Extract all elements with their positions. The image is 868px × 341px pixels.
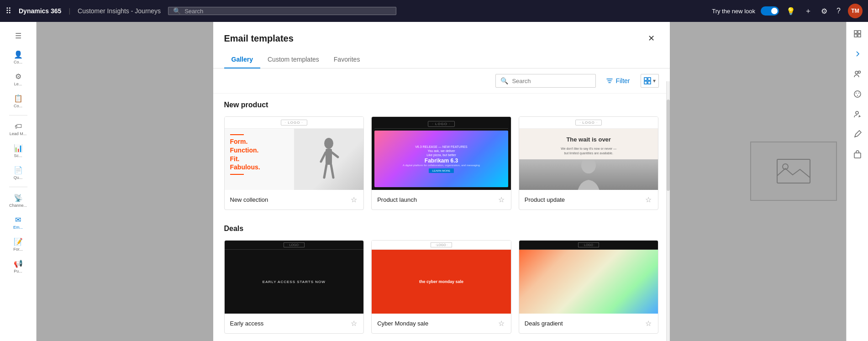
section-deals-title: Deals	[224, 225, 659, 233]
modal-header: Email templates ✕	[213, 22, 670, 46]
scoring-icon: 📊	[14, 144, 23, 152]
favorite-btn-product-launch[interactable]: ☆	[497, 194, 505, 205]
thumb-cyber-monday-text: the cyber monday sale	[419, 279, 463, 284]
favorite-btn-new-collection[interactable]: ☆	[350, 194, 358, 205]
right-sidebar-edit[interactable]	[849, 126, 866, 142]
thumb-tagline1: You ask, we deliver	[427, 149, 455, 152]
top-navigation: ⠿ Dynamics 365 | Customer Insights - Jou…	[0, 0, 868, 22]
thumb-orange-line2: Function.	[230, 147, 260, 154]
favorite-btn-deals-gradient[interactable]: ☆	[644, 318, 652, 329]
view-chevron-icon: ▾	[653, 78, 656, 84]
svg-point-18	[581, 159, 596, 174]
svg-point-5	[858, 71, 860, 73]
sidebar-item-push[interactable]: 📢 Pu...	[5, 257, 32, 277]
filter-button[interactable]: Filter	[601, 74, 635, 88]
svg-rect-12	[644, 78, 647, 80]
svg-rect-14	[644, 81, 647, 84]
sidebar-item-forms[interactable]: 📝 For...	[5, 235, 32, 255]
lead-mgmt-icon: 🏷	[15, 122, 22, 131]
nav-separator: |	[68, 7, 70, 15]
tab-gallery[interactable]: Gallery	[224, 51, 260, 68]
left-sidebar: ☰ 👤 Co... ⚙ Le... 📋 Co... 🏷 Lead M... 📊 …	[0, 22, 37, 341]
fitness-person-svg	[317, 136, 340, 182]
package-icon	[853, 150, 862, 158]
template-card-early-access[interactable]: · LOGO · EARLY ACCESS STARTS NOW Early a…	[224, 240, 364, 334]
template-search-box[interactable]: 🔍	[495, 74, 596, 88]
global-search-icon: 🔍	[173, 7, 181, 15]
leads-icon: ⚙	[15, 72, 21, 81]
sidebar-item-lead-mgmt[interactable]: 🏷 Lead M...	[5, 119, 32, 139]
svg-point-16	[324, 138, 333, 149]
template-thumb-product-update: · LOGO · The wait is over We don't like …	[519, 117, 658, 190]
global-search-box[interactable]: 🔍	[168, 7, 396, 15]
sidebar-label-scoring: Sc...	[14, 153, 22, 158]
right-sidebar-palette[interactable]	[849, 86, 866, 102]
sidebar-label-email: Em...	[13, 225, 23, 230]
tab-custom-templates[interactable]: Custom templates	[260, 51, 326, 68]
nav-right-area: Try the new look 💡 ＋ ⚙ ? TM	[712, 4, 863, 18]
template-footer-product-update: Product update ☆	[519, 190, 658, 210]
right-sidebar-expand[interactable]	[849, 26, 866, 42]
global-search-input[interactable]	[184, 8, 391, 15]
template-name-early-access: Early access	[230, 320, 264, 327]
favorite-btn-early-access[interactable]: ☆	[350, 318, 358, 329]
right-sidebar-people[interactable]	[849, 66, 866, 82]
svg-point-10	[856, 111, 858, 114]
sidebar-item-menu[interactable]: ☰	[5, 26, 32, 46]
sidebar-label-channels: Channe...	[9, 203, 27, 208]
sidebar-item-channels[interactable]: 📡 Channe...	[5, 191, 32, 211]
right-sidebar-item-2[interactable]	[849, 46, 866, 62]
palette-icon	[853, 90, 862, 98]
user-edit-icon	[853, 110, 862, 118]
sidebar-item-leads[interactable]: ⚙ Le...	[5, 69, 32, 89]
sidebar-item-scoring[interactable]: 📊 Sc...	[5, 141, 32, 161]
thumb-release-text: V6.3 RELEASE — NEW FEATURES	[415, 145, 468, 148]
settings-icon[interactable]: ⚙	[819, 5, 829, 17]
template-card-deals-gradient[interactable]: · LOGO · Deals gradient ☆	[519, 240, 659, 334]
template-card-product-update[interactable]: · LOGO · The wait is over We don't like …	[519, 116, 659, 210]
svg-rect-13	[648, 78, 651, 80]
sidebar-item-campaigns[interactable]: 📋 Co...	[5, 91, 32, 111]
email-templates-modal: Email templates ✕ Gallery Custom templat…	[213, 22, 670, 341]
thumb-wait-sub1: We don't like to say it's now or never —	[557, 147, 620, 151]
modal-scrollable-content[interactable]: New product · LOGO ·	[213, 94, 670, 341]
template-card-new-collection[interactable]: · LOGO · Form. Function. Fit. Fabulous.	[224, 116, 364, 210]
lightbulb-icon[interactable]: 💡	[784, 5, 797, 17]
help-icon[interactable]: ?	[835, 5, 842, 17]
template-card-cyber-monday[interactable]: · LOGO · the cyber monday sale Cyber Mon…	[371, 240, 511, 334]
modal-scrollbar-thumb[interactable]	[667, 100, 670, 191]
modal-close-button[interactable]: ✕	[644, 31, 659, 46]
quotes-icon: 📄	[14, 166, 23, 174]
view-toggle-button[interactable]: ▾	[641, 74, 659, 88]
sidebar-item-email[interactable]: ✉ Em...	[5, 213, 32, 233]
modal-overlay[interactable]: Email templates ✕ Gallery Custom templat…	[37, 22, 846, 341]
logo-pill-deals-2: · LOGO ·	[431, 242, 452, 247]
right-chevron-icon	[853, 50, 862, 58]
people-icon	[853, 70, 862, 78]
favorite-btn-cyber-monday[interactable]: ☆	[497, 318, 505, 329]
right-sidebar-user[interactable]	[849, 106, 866, 122]
deals-grid: · LOGO · EARLY ACCESS STARTS NOW Early a…	[224, 240, 659, 334]
template-card-product-launch[interactable]: · LOGO · V6.3 RELEASE — NEW FEATURES You…	[371, 116, 511, 210]
menu-icon: ☰	[15, 31, 21, 40]
sidebar-item-quotes[interactable]: 📄 Qu...	[5, 163, 32, 183]
new-look-toggle[interactable]	[761, 6, 779, 16]
edit-icon	[853, 130, 862, 138]
right-sidebar-package[interactable]	[849, 146, 866, 163]
section-deals: Deals · LOGO · EARLY ACCESS STARTS NOW	[224, 225, 659, 334]
template-name-product-update: Product update	[525, 196, 565, 203]
svg-point-9	[857, 95, 858, 96]
apps-grid-icon[interactable]: ⠿	[5, 6, 11, 16]
tab-favorites[interactable]: Favorites	[326, 51, 368, 68]
new-look-label: Try the new look	[712, 8, 755, 15]
sidebar-item-contacts[interactable]: 👤 Co...	[5, 47, 32, 68]
favorite-btn-product-update[interactable]: ☆	[644, 194, 652, 205]
add-icon[interactable]: ＋	[803, 5, 814, 18]
section-new-product: New product · LOGO ·	[224, 101, 659, 210]
template-thumb-early-access: · LOGO · EARLY ACCESS STARTS NOW	[225, 241, 364, 314]
user-avatar[interactable]: TM	[848, 4, 863, 18]
svg-point-8	[858, 93, 859, 94]
template-search-input[interactable]	[512, 78, 591, 84]
template-thumb-cyber-monday: · LOGO · the cyber monday sale	[372, 241, 511, 314]
modal-title: Email templates	[224, 33, 294, 44]
